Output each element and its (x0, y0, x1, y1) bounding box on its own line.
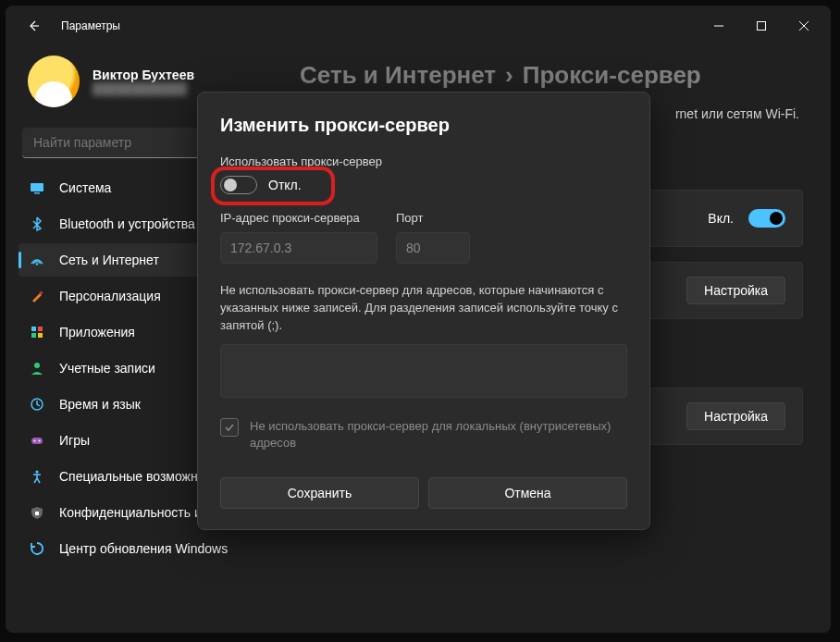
update-icon (30, 541, 44, 556)
sidebar-item-update[interactable]: Центр обновления Windows (19, 532, 274, 565)
breadcrumb-current: Прокси-сервер (523, 61, 701, 89)
auto-detect-toggle[interactable] (748, 209, 785, 228)
local-bypass-row: Не использовать прокси-сервер для локаль… (220, 418, 627, 451)
close-button[interactable] (783, 11, 825, 41)
profile-name: Виктор Бухтеев (93, 68, 194, 82)
minimize-button[interactable] (698, 11, 740, 41)
use-proxy-label: Использовать прокси-сервер (220, 154, 627, 168)
ip-field-group: IP-адрес прокси-сервера (220, 211, 377, 264)
svg-rect-16 (35, 512, 39, 515)
accounts-icon (30, 361, 44, 376)
check-icon (224, 422, 235, 433)
accessibility-icon (30, 469, 44, 484)
sidebar-item-label: Bluetooth и устройства (59, 216, 195, 231)
sidebar-item-label: Сеть и Интернет (59, 253, 159, 267)
maximize-icon (757, 21, 766, 31)
svg-rect-2 (31, 183, 43, 191)
svg-rect-6 (31, 327, 36, 331)
port-field-group: Порт (396, 211, 470, 264)
ip-input[interactable] (220, 232, 377, 264)
cancel-button[interactable]: Отмена (428, 477, 627, 509)
arrow-left-icon (26, 19, 41, 33)
svg-point-13 (34, 440, 36, 442)
use-proxy-toggle[interactable] (220, 176, 257, 194)
bluetooth-icon (30, 216, 44, 231)
port-label: Порт (396, 211, 470, 225)
use-proxy-toggle-row: Откл. (220, 176, 627, 194)
profile-email: ████████████ (93, 82, 194, 95)
svg-point-14 (39, 440, 41, 442)
svg-point-15 (35, 470, 38, 473)
apps-icon (30, 325, 44, 340)
maximize-button[interactable] (740, 11, 783, 41)
back-button[interactable] (22, 15, 44, 37)
local-bypass-label: Не использовать прокси-сервер для локаль… (250, 418, 627, 451)
sidebar-item-label: Персонализация (59, 289, 161, 303)
svg-rect-8 (31, 333, 36, 338)
save-button[interactable]: Сохранить (220, 477, 419, 509)
setup-script-button[interactable]: Настройка (686, 277, 785, 304)
sidebar-item-label: Время и язык (59, 397, 141, 412)
use-proxy-state: Откл. (268, 178, 302, 192)
svg-point-10 (34, 363, 40, 368)
chevron-right-icon: › (505, 61, 513, 89)
close-icon (799, 21, 809, 31)
svg-rect-3 (34, 192, 40, 194)
system-icon (30, 180, 44, 195)
sidebar-item-label: Приложения (59, 325, 135, 340)
minimize-icon (714, 21, 723, 31)
edit-proxy-dialog: Изменить прокси-сервер Использовать прок… (197, 92, 650, 530)
svg-rect-0 (758, 22, 766, 31)
svg-point-4 (36, 263, 38, 265)
exceptions-textarea[interactable] (220, 344, 627, 398)
setup-manual-button[interactable]: Настройка (686, 402, 785, 430)
avatar (28, 56, 80, 107)
network-icon (30, 253, 44, 267)
window-title: Параметры (61, 19, 698, 32)
svg-rect-7 (38, 327, 43, 331)
svg-rect-12 (31, 438, 43, 444)
sidebar-item-label: Система (59, 180, 111, 195)
dialog-title: Изменить прокси-сервер (220, 115, 627, 136)
port-input[interactable] (396, 232, 470, 264)
privacy-icon (30, 505, 44, 520)
ip-label: IP-адрес прокси-сервера (220, 211, 377, 225)
toggle-label: Вкл. (708, 211, 734, 226)
breadcrumb: Сеть и Интернет›Прокси-сервер (300, 61, 803, 90)
sidebar-item-label: Центр обновления Windows (59, 541, 228, 556)
exceptions-note: Не использовать прокси-сервер для адресо… (220, 282, 627, 335)
time-icon (30, 397, 44, 412)
breadcrumb-parent[interactable]: Сеть и Интернет (300, 61, 496, 89)
personalization-icon (30, 289, 44, 303)
window-controls (698, 11, 825, 41)
local-bypass-checkbox[interactable] (220, 418, 239, 437)
sidebar-item-label: Учетные записи (59, 361, 155, 376)
svg-rect-9 (38, 333, 43, 338)
titlebar: Параметры (6, 6, 831, 46)
settings-window: Параметры Виктор Бухтеев ████████████ Си… (6, 6, 831, 633)
gaming-icon (30, 433, 44, 448)
sidebar-item-label: Игры (59, 433, 90, 448)
